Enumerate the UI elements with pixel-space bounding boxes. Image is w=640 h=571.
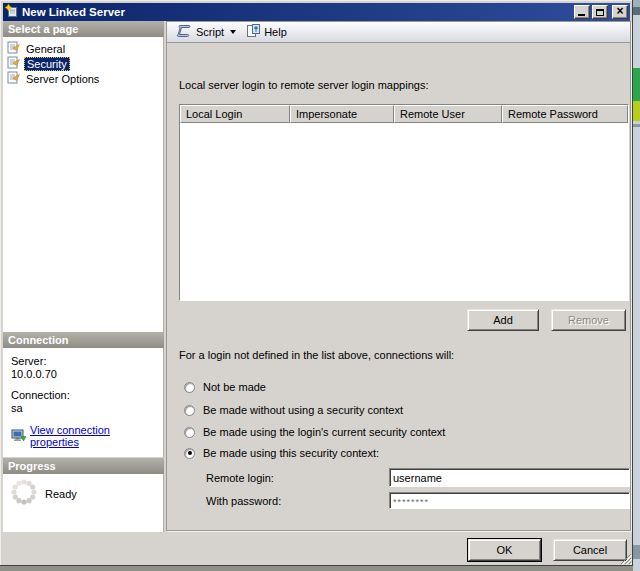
sidebar-item-general[interactable]: General [3, 41, 163, 56]
grid-body[interactable] [180, 123, 628, 300]
radio-current-security-context[interactable]: Be made using the login's current securi… [184, 425, 445, 439]
radio-this-security-context[interactable]: Be made using this security context: [184, 446, 379, 460]
page-icon [7, 71, 20, 86]
page-list: General Security [3, 37, 164, 332]
server-label: Server: [11, 355, 159, 368]
login-mappings-grid: Local Login Impersonate Remote User Remo… [179, 104, 629, 301]
sidebar-item-label: General [24, 43, 67, 55]
radio-label: Be made using this security context: [203, 447, 379, 459]
close-icon: × [616, 6, 623, 16]
sidebar-item-security[interactable]: Security [3, 56, 163, 71]
connection-panel: Server: 10.0.0.70 Connection: sa View co… [3, 348, 164, 457]
progress-status: Ready [45, 488, 77, 500]
connection-value: sa [11, 402, 159, 415]
column-header-remote-user: Remote User [394, 105, 502, 123]
page-icon [7, 41, 20, 56]
title-bar[interactable]: New Linked Server × [3, 3, 630, 21]
toolbar: Script Help [167, 22, 630, 43]
remote-login-input[interactable] [389, 468, 630, 487]
minimize-icon [578, 14, 585, 16]
column-header-impersonate: Impersonate [290, 105, 394, 123]
column-header-remote-password: Remote Password [502, 105, 628, 123]
window-title: New Linked Server [22, 6, 572, 18]
page-icon [7, 56, 20, 71]
help-button[interactable]: Help [241, 23, 292, 41]
progress-panel: Ready [3, 474, 164, 532]
minimize-button[interactable] [574, 5, 590, 19]
fallback-label: For a login not defined in the list abov… [179, 349, 454, 361]
ok-button[interactable]: OK [468, 539, 541, 561]
mappings-label: Local server login to remote server logi… [179, 79, 428, 91]
maximize-icon [596, 9, 604, 16]
connection-header: Connection [3, 332, 164, 348]
radio-icon [184, 405, 195, 416]
window-icon [5, 4, 19, 20]
view-connection-properties-link[interactable]: View connection properties [30, 424, 159, 448]
with-password-label: With password: [206, 495, 281, 507]
sidebar-item-label: Server Options [24, 73, 101, 85]
close-button[interactable]: × [612, 5, 628, 19]
grid-header-row: Local Login Impersonate Remote User Remo… [180, 105, 628, 123]
with-password-input[interactable] [389, 492, 630, 509]
script-button-label: Script [196, 26, 224, 38]
background-sliver [633, 0, 640, 571]
script-button[interactable]: Script [171, 23, 241, 41]
cancel-button[interactable]: Cancel [553, 539, 627, 561]
radio-not-be-made[interactable]: Not be made [184, 380, 266, 394]
radio-icon [184, 427, 195, 438]
column-header-local-login: Local Login [180, 105, 290, 123]
radio-without-security-context[interactable]: Be made without using a security context [184, 403, 403, 417]
screenshot-root: New Linked Server × Select a page Genera… [0, 0, 640, 571]
resize-grip[interactable] [618, 551, 632, 565]
chevron-down-icon[interactable] [230, 30, 236, 34]
progress-header: Progress [3, 458, 164, 474]
sidebar-item-server-options[interactable]: Server Options [3, 71, 163, 86]
progress-spinner-icon [9, 477, 39, 509]
new-linked-server-dialog: New Linked Server × Select a page Genera… [0, 0, 633, 566]
radio-label: Be made without using a security context [203, 404, 403, 416]
connection-properties-icon [11, 429, 26, 444]
connection-label: Connection: [11, 389, 159, 402]
add-button[interactable]: Add [467, 309, 539, 331]
radio-label: Be made using the login's current securi… [203, 426, 445, 438]
maximize-button[interactable] [592, 5, 608, 19]
help-icon [246, 24, 260, 40]
main-panel: Script Help Local server login [166, 21, 631, 531]
radio-icon [184, 382, 195, 393]
radio-label: Not be made [203, 381, 266, 393]
select-a-page-header: Select a page [3, 21, 164, 37]
remove-button[interactable]: Remove [551, 309, 626, 331]
script-icon [176, 24, 192, 40]
help-button-label: Help [264, 26, 287, 38]
sidebar-item-label: Security [24, 57, 70, 71]
server-value: 10.0.0.70 [11, 368, 159, 381]
remote-login-label: Remote login: [206, 472, 274, 484]
radio-icon [184, 448, 195, 459]
